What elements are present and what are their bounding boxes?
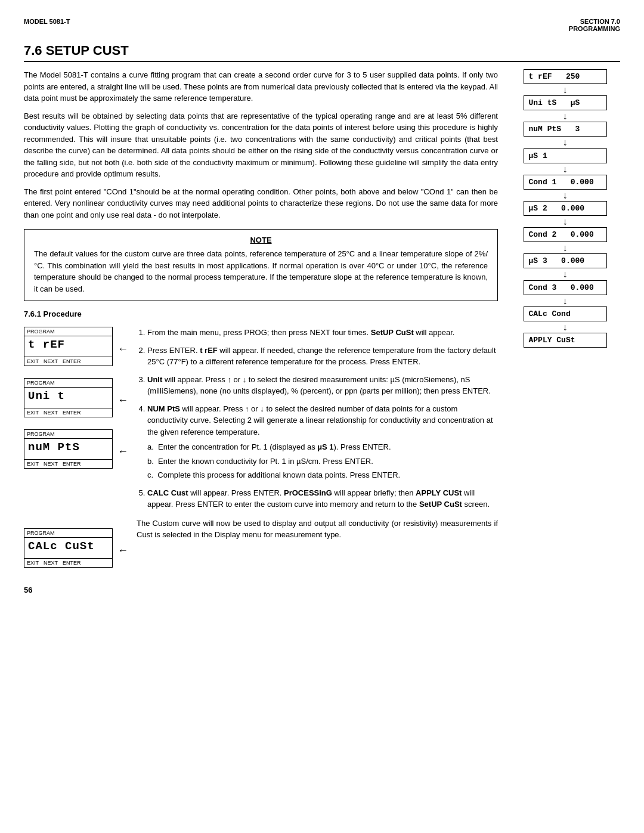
lcd-calc-cond: CALc Cond bbox=[524, 306, 607, 321]
prog-box-4-footer: EXIT NEXT ENTER bbox=[24, 558, 112, 567]
lcd-cond3: Cond 3 0.000 bbox=[524, 280, 607, 295]
para-1: The Model 5081-T contains a curve fittin… bbox=[24, 69, 498, 104]
program-boxes-column: PROGRAM t rEF EXIT NEXT ENTER ← PROGRAM bbox=[24, 327, 128, 568]
section-label: SECTION 7.0 PROGRAMMING bbox=[569, 18, 620, 32]
program-box-4: PROGRAM CALc CuSt EXIT NEXT ENTER bbox=[24, 528, 113, 568]
arrow-3: ← bbox=[117, 445, 128, 458]
flow-item-11: APPLY CuSt bbox=[524, 333, 607, 348]
procedure-title: 7.6.1 Procedure bbox=[24, 309, 498, 318]
steps-list-area: From the main menu, press PROG; then pre… bbox=[128, 327, 498, 568]
program-box-1: PROGRAM t rEF EXIT NEXT ENTER bbox=[24, 327, 113, 366]
lcd-cond2: Cond 2 0.000 bbox=[524, 227, 607, 242]
lcd-us3: µS 3 0.000 bbox=[524, 253, 607, 268]
spacer bbox=[24, 481, 128, 516]
lcd-cond1: Cond 1 0.000 bbox=[524, 175, 607, 190]
flow-item-7: Cond 2 0.000 ↓ bbox=[524, 227, 607, 253]
right-flow-column: t rEF 250 ↓ Uni tS µS ↓ nuM PtS 3 ↓ µS 1… bbox=[510, 69, 620, 594]
lcd-us2: µS 2 0.000 bbox=[524, 201, 607, 216]
prog-box-2-row: PROGRAM Uni t EXIT NEXT ENTER ← bbox=[24, 378, 128, 417]
note-text: The default values for the custom curve … bbox=[34, 248, 488, 295]
flow-item-10: CALc Cond ↓ bbox=[524, 306, 607, 333]
prog-box-2-content: Uni t bbox=[24, 388, 112, 408]
closing-text: The Custom curve will now be used to dis… bbox=[137, 518, 498, 541]
step-4: NUM PtS will appear. Press ↑ or ↓ to sel… bbox=[147, 403, 498, 481]
flow-item-4: µS 1 ↓ bbox=[524, 148, 607, 175]
note-box: NOTE The default values for the custom c… bbox=[24, 229, 498, 301]
flow-item-2: Uni tS µS ↓ bbox=[524, 95, 607, 122]
prog-box-3-header: PROGRAM bbox=[24, 430, 112, 439]
prog-box-4-content: CALc CuSt bbox=[24, 538, 112, 558]
prog-box-1-header: PROGRAM bbox=[24, 327, 112, 336]
lcd-us1: µS 1 bbox=[524, 148, 607, 163]
prog-box-3-content: nuM PtS bbox=[24, 439, 112, 459]
program-box-2: PROGRAM Uni t EXIT NEXT ENTER bbox=[24, 378, 113, 417]
note-title: NOTE bbox=[34, 236, 488, 244]
para-2: Best results will be obtained by selecti… bbox=[24, 110, 498, 180]
prog-box-1-row: PROGRAM t rEF EXIT NEXT ENTER ← bbox=[24, 327, 128, 366]
step-2: Press ENTER. t rEF will appear. If neede… bbox=[147, 345, 498, 368]
prog-box-3-footer: EXIT NEXT ENTER bbox=[24, 459, 112, 468]
flow-item-1: t rEF 250 ↓ bbox=[524, 69, 607, 95]
model-label: MODEL 5081-T bbox=[24, 18, 70, 32]
steps-list: From the main menu, press PROG; then pre… bbox=[137, 327, 498, 510]
substep-4c: c. Complete this process for additional … bbox=[147, 469, 498, 481]
lcd-apply-cust: APPLY CuSt bbox=[524, 333, 607, 348]
header: MODEL 5081-T SECTION 7.0 PROGRAMMING bbox=[24, 18, 620, 32]
page-number: 56 bbox=[24, 586, 498, 594]
program-box-3: PROGRAM nuM PtS EXIT NEXT ENTER bbox=[24, 429, 113, 469]
flow-item-5: Cond 1 0.000 ↓ bbox=[524, 175, 607, 201]
lcd-flow-diagram: t rEF 250 ↓ Uni tS µS ↓ nuM PtS 3 ↓ µS 1… bbox=[510, 69, 620, 348]
substep-4a: a. Enter the concentration for Pt. 1 (di… bbox=[147, 441, 498, 453]
para-3: The first point entered "COnd 1"should b… bbox=[24, 186, 498, 221]
flow-item-3: nuM PtS 3 ↓ bbox=[524, 122, 607, 148]
flow-item-8: µS 3 0.000 ↓ bbox=[524, 253, 607, 280]
step-5: CALC Cust will appear. Press ENTER. PrOC… bbox=[147, 487, 498, 510]
substep-4b: b. Enter the known conductivity for Pt. … bbox=[147, 456, 498, 467]
prog-box-1-content: t rEF bbox=[24, 336, 112, 357]
prog-box-4-row: PROGRAM CALc CuSt EXIT NEXT ENTER ← bbox=[24, 528, 128, 568]
prog-box-3-row: PROGRAM nuM PtS EXIT NEXT ENTER ← bbox=[24, 429, 128, 469]
arrow-1: ← bbox=[117, 343, 128, 355]
step-4-substeps: a. Enter the concentration for Pt. 1 (di… bbox=[147, 441, 498, 481]
lcd-tref: t rEF 250 bbox=[524, 69, 607, 84]
lcd-units: Uni tS µS bbox=[524, 95, 607, 110]
flow-item-6: µS 2 0.000 ↓ bbox=[524, 201, 607, 227]
prog-box-2-header: PROGRAM bbox=[24, 379, 112, 388]
page-title: 7.6 SETUP CUST bbox=[24, 43, 620, 62]
arrow-4: ← bbox=[117, 544, 128, 557]
lcd-numpts: nuM PtS 3 bbox=[524, 122, 607, 137]
prog-box-1-footer: EXIT NEXT ENTER bbox=[24, 357, 112, 366]
flow-item-9: Cond 3 0.000 ↓ bbox=[524, 280, 607, 306]
step-1: From the main menu, press PROG; then pre… bbox=[147, 327, 498, 339]
arrow-2: ← bbox=[117, 394, 128, 407]
prog-box-2-footer: EXIT NEXT ENTER bbox=[24, 408, 112, 417]
prog-box-4-header: PROGRAM bbox=[24, 529, 112, 538]
step-3: UnIt will appear. Press ↑ or ↓ to select… bbox=[147, 374, 498, 397]
